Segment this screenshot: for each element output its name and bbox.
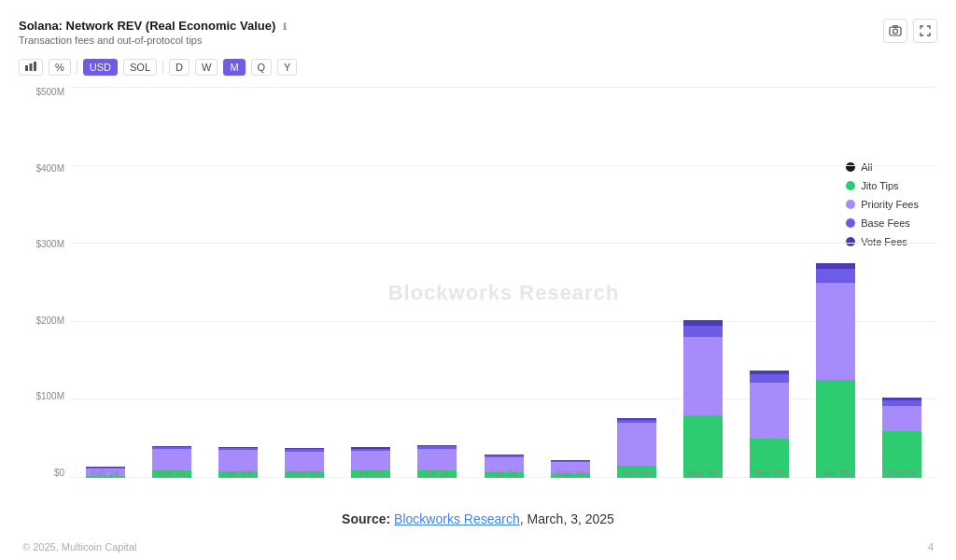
bar-group: May '24 <box>273 87 335 478</box>
bar-x-label: Dec '24 <box>755 469 783 478</box>
bar-x-label: Aug '24 <box>489 469 517 478</box>
bar-group: Sep '24 <box>539 87 601 478</box>
bar-group: Mar '24 <box>140 87 203 478</box>
bar-segment-priority <box>882 406 921 431</box>
source-link[interactable]: Blockworks Research <box>394 511 520 526</box>
bar-x-label: Nov '24 <box>689 469 717 478</box>
chart-container: Solana: Network REV (Real Economic Value… <box>0 0 956 498</box>
bar-segment-priority <box>617 423 656 466</box>
bar-x-label: Jan '25 <box>822 469 850 478</box>
bar-group: Aug '24 <box>472 87 535 478</box>
bar-segment-base <box>816 269 855 283</box>
bar-segment-priority <box>816 283 855 381</box>
bar-group: Oct '24 <box>605 87 668 478</box>
footer-copyright: © 2025, Multicoin Capital <box>22 541 136 553</box>
toolbar: % USD SOL D W M Q Y <box>19 59 937 76</box>
usd-button[interactable]: USD <box>83 59 118 76</box>
bar-stack <box>683 320 723 478</box>
bar-x-label: Jun '24 <box>358 469 385 478</box>
bar-stack <box>882 398 921 478</box>
svg-point-1 <box>893 29 898 34</box>
page: Solana: Network REV (Real Economic Value… <box>0 0 956 560</box>
week-button[interactable]: W <box>195 59 218 76</box>
bar-x-label: Feb '24 <box>91 469 120 478</box>
toolbar-separator-1 <box>77 61 77 74</box>
svg-rect-3 <box>25 65 28 71</box>
y-label-200: $200M <box>19 315 70 326</box>
bars-area: Feb '24Mar '24Apr '24May '24Jun '24Jul '… <box>70 87 937 498</box>
chart-subtitle: Transaction fees and out-of-protocol tip… <box>19 35 937 46</box>
bar-stack <box>816 263 855 478</box>
y-label-500: $500M <box>19 87 70 97</box>
svg-rect-5 <box>34 62 36 71</box>
bar-group: Nov '24 <box>671 87 734 478</box>
footer: © 2025, Multicoin Capital 4 <box>0 536 956 560</box>
bar-group: Apr '24 <box>206 87 269 478</box>
camera-button[interactable] <box>883 19 907 43</box>
chart-inner: Blockworks Research Feb '24Mar '24Apr '2… <box>70 87 937 498</box>
bar-x-label: Mar '24 <box>158 469 186 478</box>
y-label-300: $300M <box>19 239 70 249</box>
bar-group: Jan '25 <box>805 87 867 478</box>
quarter-button[interactable]: Q <box>251 59 273 76</box>
bar-segment-base <box>683 326 723 338</box>
day-button[interactable]: D <box>169 59 190 76</box>
bar-x-label: May '24 <box>289 469 318 478</box>
y-label-400: $400M <box>19 163 70 174</box>
expand-button[interactable] <box>913 19 937 43</box>
bar-segment-priority <box>750 383 789 440</box>
y-label-0: $0 <box>19 468 70 478</box>
bar-x-label: Feb '25 <box>889 469 917 478</box>
y-axis: $500M $400M $300M $200M $100M $0 <box>19 87 70 498</box>
bar-group: Feb '24 <box>74 87 136 478</box>
bar-chart-button[interactable] <box>19 59 43 76</box>
bar-group: Dec '24 <box>738 87 801 478</box>
bar-segment-priority <box>417 449 457 470</box>
toolbar-separator-2 <box>162 61 163 74</box>
bar-segment-base <box>750 374 789 382</box>
source-date: , March, 3, 2025 <box>520 511 614 526</box>
bar-x-label: Oct '24 <box>624 469 650 478</box>
bar-x-label: Apr '24 <box>225 469 251 478</box>
chart-title-text: Solana: Network REV (Real Economic Value… <box>19 19 275 33</box>
year-button[interactable]: Y <box>277 59 297 76</box>
sol-button[interactable]: SOL <box>123 59 157 76</box>
chart-title: Solana: Network REV (Real Economic Value… <box>19 19 937 33</box>
svg-rect-4 <box>30 63 33 71</box>
percent-button[interactable]: % <box>49 59 71 76</box>
bar-segment-priority <box>683 337 723 415</box>
y-label-100: $100M <box>19 391 70 401</box>
month-button[interactable]: M <box>223 59 245 76</box>
top-icons <box>883 19 937 43</box>
svg-rect-0 <box>890 27 901 35</box>
bar-x-label: Sep '24 <box>556 469 584 478</box>
chart-area: All Jito Tips Priority Fees Base Fees Vo… <box>19 87 937 498</box>
source-bar: Source: Blockworks Research, March, 3, 2… <box>0 498 956 536</box>
bar-group: Feb '25 <box>871 87 934 478</box>
info-icon: ℹ <box>283 21 287 32</box>
bar-x-label: Jul '24 <box>425 469 449 478</box>
bar-group: Jul '24 <box>406 87 469 478</box>
footer-page: 4 <box>928 541 934 553</box>
bar-stack <box>750 371 789 478</box>
bar-group: Jun '24 <box>340 87 402 478</box>
chart-header: Solana: Network REV (Real Economic Value… <box>19 19 937 46</box>
bar-segment-jito <box>816 380 855 478</box>
source-label: Source: <box>342 511 390 526</box>
